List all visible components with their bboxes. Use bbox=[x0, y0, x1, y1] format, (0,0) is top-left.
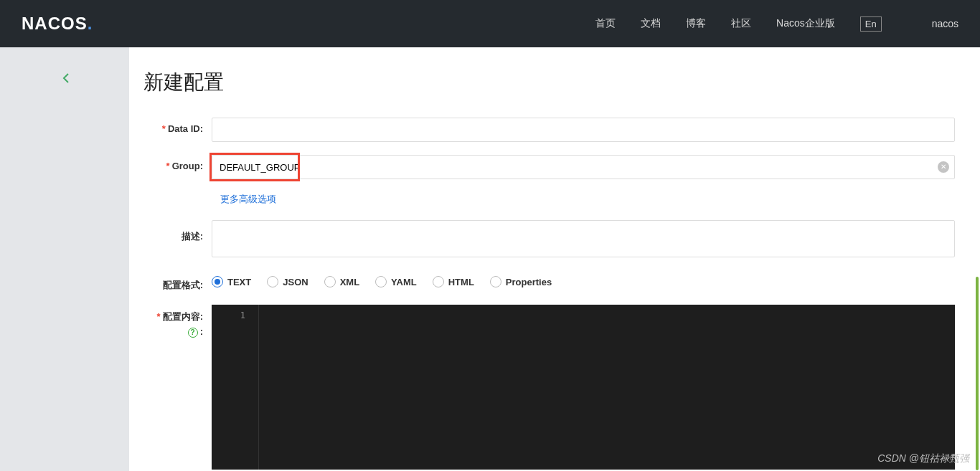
input-group[interactable] bbox=[212, 155, 955, 179]
format-radio-group: TEXT JSON XML YAML HTML Properties bbox=[212, 273, 955, 287]
label-format: 配置格式: bbox=[143, 273, 212, 292]
radio-properties[interactable]: Properties bbox=[490, 276, 552, 287]
chevron-left-icon bbox=[61, 72, 72, 84]
radio-icon bbox=[212, 276, 223, 287]
back-button[interactable] bbox=[61, 72, 72, 87]
logo-dot: . bbox=[88, 14, 93, 33]
input-description[interactable] bbox=[212, 220, 955, 257]
sidebar bbox=[0, 47, 129, 471]
row-description: 描述: bbox=[143, 220, 955, 260]
radio-yaml[interactable]: YAML bbox=[375, 276, 417, 287]
code-area[interactable] bbox=[258, 305, 955, 470]
nav-items: 首页 文档 博客 社区 Nacos企业版 En nacos bbox=[595, 16, 958, 32]
main-content: 新建配置 *Data ID: *Group: ✕ 更多高级选项 描述: bbox=[129, 47, 980, 471]
line-gutter: 1 bbox=[212, 305, 258, 470]
advanced-options-link[interactable]: 更多高级选项 bbox=[220, 193, 276, 206]
radio-icon bbox=[324, 276, 336, 287]
radio-icon bbox=[433, 276, 444, 287]
input-data-id[interactable] bbox=[212, 118, 955, 142]
nav-docs[interactable]: 文档 bbox=[641, 17, 661, 30]
radio-json[interactable]: JSON bbox=[267, 276, 308, 287]
top-header: NACOS. 首页 文档 博客 社区 Nacos企业版 En nacos bbox=[0, 0, 980, 47]
user-label[interactable]: nacos bbox=[932, 18, 958, 29]
scroll-indicator bbox=[974, 47, 980, 471]
row-content: *配置内容: ?: 1 bbox=[143, 305, 955, 470]
label-description: 描述: bbox=[143, 220, 212, 243]
clear-icon[interactable]: ✕ bbox=[938, 161, 949, 173]
page-title: 新建配置 bbox=[143, 69, 955, 96]
logo[interactable]: NACOS. bbox=[22, 14, 93, 34]
help-icon[interactable]: ? bbox=[188, 328, 198, 338]
nav-community[interactable]: 社区 bbox=[731, 17, 751, 30]
radio-text[interactable]: TEXT bbox=[212, 276, 251, 287]
label-group: *Group: bbox=[143, 155, 212, 171]
scroll-thumb[interactable] bbox=[976, 277, 979, 470]
radio-icon bbox=[375, 276, 387, 287]
nav-blog[interactable]: 博客 bbox=[686, 17, 706, 30]
row-data-id: *Data ID: bbox=[143, 118, 955, 142]
radio-xml[interactable]: XML bbox=[324, 276, 359, 287]
label-data-id: *Data ID: bbox=[143, 118, 212, 134]
radio-html[interactable]: HTML bbox=[433, 276, 474, 287]
language-toggle[interactable]: En bbox=[860, 16, 882, 32]
row-group: *Group: ✕ bbox=[143, 155, 955, 179]
logo-text: NACOS bbox=[22, 14, 88, 33]
label-content: *配置内容: ?: bbox=[143, 305, 212, 338]
nav-home[interactable]: 首页 bbox=[595, 17, 616, 30]
row-format: 配置格式: TEXT JSON XML YAML HTML Properties bbox=[143, 273, 955, 292]
radio-icon bbox=[267, 276, 278, 287]
nav-enterprise[interactable]: Nacos企业版 bbox=[776, 17, 835, 30]
code-editor[interactable]: 1 bbox=[212, 305, 955, 470]
radio-icon bbox=[490, 276, 501, 287]
